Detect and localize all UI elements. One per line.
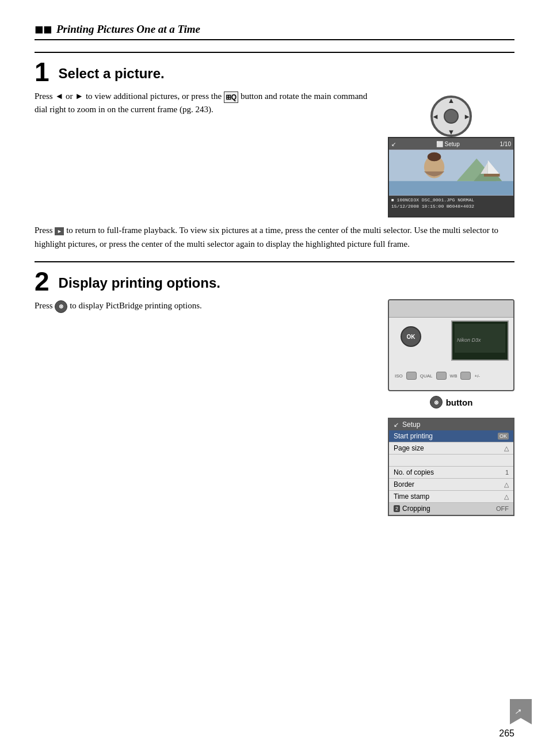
chapter-icon: ◼◼ — [35, 23, 52, 36]
step2-header: 2 Display printing options. — [35, 261, 514, 295]
setup-menu: ↙ Setup Start printing OK Page size △ — [388, 418, 514, 516]
camera-top — [389, 300, 513, 318]
lcd-screen: ↙ ⬜ Setup 1/10 — [388, 137, 514, 217]
setup-menu-row-copies: No. of copies 1 — [389, 467, 513, 479]
setup-menu-row-label-start-printing: Start printing — [394, 432, 433, 440]
setup-menu-row-label-timestamp: Time stamp — [394, 492, 429, 501]
svg-text:↗: ↗ — [514, 707, 521, 716]
setup-menu-row-value-cropping: OFF — [496, 505, 509, 512]
lcd-main-image — [389, 150, 513, 196]
step1-section: 1 Select a picture. Press ◄ or ► to view… — [35, 52, 514, 251]
bookmark-icon: ↗ — [510, 699, 532, 724]
setup-menu-row-label-page-size: Page size — [394, 444, 424, 452]
step1-content: Press ◄ or ► to view additional pictures… — [35, 90, 514, 217]
setup-menu-row-value-timestamp: △ — [504, 493, 509, 501]
svg-marker-13 — [510, 699, 532, 724]
setup-menu-row-border: Border △ — [389, 479, 513, 491]
setup-menu-row-value-start-printing: OK — [498, 433, 509, 440]
ctrl-btn-ae — [460, 372, 471, 380]
setup-menu-row-spacer — [389, 455, 513, 467]
page: ◼◼ Printing Pictures One at a Time 1 Sel… — [0, 0, 549, 756]
ok-circle-inline: ⊛ — [55, 300, 67, 313]
setup-menu-row-start-printing: Start printing OK — [389, 430, 513, 442]
ctrl-qual-label: QUAL — [420, 373, 433, 379]
lcd-top-left: ↙ — [391, 141, 396, 147]
ok-button-label-text: button — [446, 398, 473, 407]
page-number: 265 — [499, 728, 514, 739]
zoom-icon: ⊞Q — [224, 91, 238, 103]
setup-menu-corner-badge: 2 — [394, 505, 400, 512]
setup-menu-row-value-copies: 1 — [505, 469, 509, 476]
camera-lcd-inset: Nikon D3x — [451, 320, 509, 361]
camera-ok-button-graphic: OK — [401, 326, 421, 347]
lcd-file-line1: ■ 100NCD3X DSC_0001.JPG NORMAL — [391, 197, 511, 203]
step2-section: 2 Display printing options. Press ⊛ to d… — [35, 261, 514, 516]
selector-arrow-left: ◄ — [432, 113, 439, 120]
lcd-top-center: ⬜ Setup — [436, 141, 460, 147]
chapter-title: Printing Pictures One at a Time — [56, 23, 200, 36]
step1-header: 1 Select a picture. — [35, 52, 514, 85]
step1-number: 1 — [35, 59, 49, 85]
lcd-file-line2: 15/12/2008 10:15:00 ⊞6048×4032 — [391, 203, 511, 209]
setup-menu-row-value-page-size: △ — [504, 445, 509, 452]
camera-controls-bottom: ISO QUAL WB +/- — [395, 367, 508, 384]
step1-fulltext: Press ► to return to full-frame playback… — [35, 223, 514, 251]
lcd-top-bar: ↙ ⬜ Setup 1/10 — [389, 138, 513, 150]
selector-center-button — [444, 109, 459, 124]
svg-point-9 — [428, 152, 441, 162]
step2-image-right: OK Nikon D3x ISO QUAL WB — [388, 299, 514, 516]
lcd-scene-svg — [389, 150, 513, 196]
step1-image-right: ▲ ▼ ◄ ► ↙ ⬜ Setup 1/10 — [388, 90, 514, 217]
setup-menu-row-value-border: △ — [504, 481, 509, 488]
lcd-bottom-bar: ■ 100NCD3X DSC_0001.JPG NORMAL 15/12/200… — [389, 196, 513, 217]
chapter-header: ◼◼ Printing Pictures One at a Time — [35, 23, 514, 40]
lcd-file-info: ■ 100NCD3X DSC_0001.JPG NORMAL 15/12/200… — [391, 197, 511, 209]
lcd-top-right: 1/10 — [500, 141, 511, 147]
playback-icon: ► — [55, 227, 64, 235]
ctrl-wb-label: WB — [450, 373, 458, 379]
ctrl-iso-label: ISO — [395, 373, 403, 379]
setup-menu-icon: ↙ — [394, 421, 399, 429]
step2-number: 2 — [35, 268, 49, 295]
setup-menu-row-timestamp: Time stamp △ — [389, 491, 513, 503]
step2-title: Display printing options. — [59, 268, 220, 291]
selector-arrow-up: ▲ — [448, 97, 455, 104]
ctrl-btn-qual — [406, 372, 417, 380]
multi-selector-graphic: ▲ ▼ ◄ ► — [388, 96, 514, 137]
step1-title: Select a picture. — [59, 59, 165, 82]
svg-rect-1 — [389, 181, 513, 196]
step2-text-left: Press ⊛ to display PictBridge printing o… — [35, 299, 376, 516]
ctrl-ae-label: +/- — [474, 373, 480, 379]
ctrl-btn-wb — [436, 372, 447, 380]
selector-wrap: ▲ ▼ ◄ ► — [430, 96, 472, 137]
step2-para1: Press ⊛ to display PictBridge printing o… — [35, 299, 376, 313]
setup-menu-row-label-cropping: Cropping — [402, 505, 430, 513]
svg-rect-4 — [484, 174, 500, 177]
camera-lcd-svg: Nikon D3x — [452, 322, 508, 360]
ok-circle-label: ⊛ — [430, 396, 443, 408]
setup-menu-row-label-border: Border — [394, 480, 414, 488]
setup-menu-row-cropping: 2 Cropping OFF — [389, 503, 513, 515]
setup-menu-row-label-copies: No. of copies — [394, 468, 434, 476]
setup-menu-title: Setup — [402, 421, 420, 429]
svg-text:Nikon D3x: Nikon D3x — [457, 337, 481, 343]
selector-arrow-right: ► — [463, 113, 471, 120]
step1-para1: Press ◄ or ► to view additional pictures… — [35, 90, 376, 116]
ok-button-label: ⊛ button — [430, 396, 473, 408]
step2-content: Press ⊛ to display PictBridge printing o… — [35, 299, 514, 516]
camera-body-illustration: OK Nikon D3x ISO QUAL WB — [388, 299, 514, 391]
setup-menu-row-page-size: Page size △ — [389, 442, 513, 455]
selector-arrow-down: ▼ — [448, 128, 455, 136]
step1-text-left: Press ◄ or ► to view additional pictures… — [35, 90, 376, 217]
setup-menu-header: ↙ Setup — [389, 419, 513, 430]
